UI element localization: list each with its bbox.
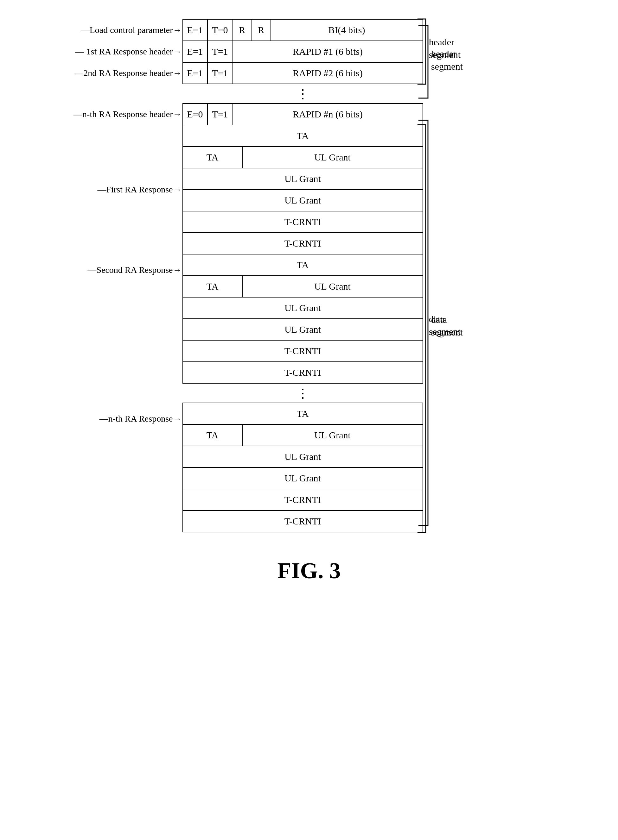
first-ra-rows: TA TA UL Grant UL Grant UL Grant T-CRNTI [183, 125, 563, 255]
first-ra-ta-ul-split: TA UL Grant [183, 146, 563, 168]
second-ra-tcrnti-1: T-CRNTI [183, 340, 563, 362]
second-ra-ul-grant-2: UL Grant [183, 297, 423, 319]
row-nth-ra-header: —n-th RA Response header→ E=0 T=1 RAPID … [62, 103, 563, 125]
cell-t1-row2: T=1 [208, 40, 233, 63]
second-ra-ta-full: TA [183, 254, 563, 276]
main-content: —Load control parameter→ E=1 T=0 R R BI(… [62, 19, 563, 532]
row-1st-ra: — 1st RA Response header→ E=1 T=1 RAPID … [62, 40, 563, 63]
cell-bi: BI(4 bits) [271, 19, 423, 41]
second-ra-rows: TA TA UL Grant UL Grant UL Grant T-CRNTI [183, 254, 563, 384]
cell-r2: R [252, 19, 271, 41]
first-ra-tcrnti-2-cell: T-CRNTI [183, 232, 423, 255]
row3-cells: E=1 T=1 RAPID #2 (6 bits) [183, 62, 423, 84]
second-ra-ul-2: UL Grant [183, 297, 563, 319]
second-ra-tcrnti-2-cell: T-CRNTI [183, 361, 423, 384]
second-ra-ta-small: TA [183, 276, 243, 298]
cell-rapidn: RAPID #n (6 bits) [233, 103, 423, 125]
first-ra-ta-full: TA [183, 125, 563, 147]
cell-e1-row3: E=1 [183, 62, 208, 84]
first-ra-tcrnti-2: T-CRNTI [183, 232, 563, 255]
nth-ra-ul-grant-3: UL Grant [183, 467, 423, 489]
first-ra-ul-grant-2: UL Grant [183, 168, 423, 190]
nth-ra-ul-3: UL Grant [183, 467, 563, 489]
cell-e0: E=0 [183, 103, 208, 125]
cell-t1-row3: T=1 [208, 62, 233, 84]
second-ra-ul-grant-1: UL Grant [243, 276, 423, 298]
nth-ra-ta-small: TA [183, 424, 243, 446]
second-ra-ta: TA [183, 254, 423, 276]
label-nth-ra: —n-th RA Response→ [100, 414, 182, 424]
row1-cells: E=1 T=0 R R BI(4 bits) [183, 19, 423, 41]
nth-ra-tcrnti-1-cell: T-CRNTI [183, 489, 423, 511]
label-2nd-ra: —2nd RA Response header→ [74, 68, 181, 78]
second-ra-ta-ul-split: TA UL Grant [183, 276, 563, 298]
first-ra-ul-3: UL Grant [183, 189, 563, 212]
figure-title: FIG. 3 [277, 558, 340, 584]
label-second-ra: —Second RA Response→ [88, 265, 181, 275]
row-2nd-ra: —2nd RA Response header→ E=1 T=1 RAPID #… [62, 62, 563, 84]
first-ra-ta: TA [183, 125, 423, 147]
second-ra-ul-3: UL Grant [183, 319, 563, 341]
first-ra-tcrnti-1-cell: T-CRNTI [183, 211, 423, 233]
label-first-ra: —First RA Response→ [97, 185, 181, 195]
cell-t0: T=0 [208, 19, 233, 41]
row-load-control: —Load control parameter→ E=1 T=0 R R BI(… [62, 19, 563, 41]
second-ra-ul-grant-3: UL Grant [183, 319, 423, 341]
nth-ra-ta: TA [183, 403, 423, 425]
nth-ra-tcrnti-2-cell: T-CRNTI [183, 510, 423, 532]
cell-e1-t0-row1: E=1 [183, 19, 208, 41]
cell-rapid1: RAPID #1 (6 bits) [233, 40, 423, 63]
first-ra-ul-2: UL Grant [183, 168, 563, 190]
diagram-wrapper: header segment data segment —Load contro… [56, 19, 563, 532]
label-load-control: —Load control parameter→ [81, 25, 182, 35]
ellipsis-2: ⋮ [183, 384, 423, 403]
cell-t1-nth: T=1 [208, 103, 233, 125]
second-ra-response-block: —Second RA Response→ TA TA UL Grant UL G… [62, 254, 563, 384]
label-1st-ra: — 1st RA Response header→ [76, 46, 182, 57]
first-ra-ul-grant-3: UL Grant [183, 189, 423, 212]
cell-r1: R [233, 19, 252, 41]
nth-ra-ta-full: TA [183, 403, 563, 425]
cell-e1-row2: E=1 [183, 40, 208, 63]
nth-ra-ul-grant-1: UL Grant [243, 424, 423, 446]
first-ra-tcrnti-1: T-CRNTI [183, 211, 563, 233]
second-ra-tcrnti-1-cell: T-CRNTI [183, 340, 423, 362]
label-nth-ra-header: —n-th RA Response header→ [73, 109, 181, 119]
row2-cells: E=1 T=1 RAPID #1 (6 bits) [183, 40, 423, 63]
ellipsis-1: ⋮ [183, 84, 423, 103]
second-ra-tcrnti-2: T-CRNTI [183, 361, 563, 384]
first-ra-ul-grant-1: UL Grant [243, 146, 423, 168]
nth-ra-ul-grant-2: UL Grant [183, 446, 423, 468]
nth-ra-ta-ul-split: TA UL Grant [183, 424, 563, 446]
nth-ra-tcrnti-1: T-CRNTI [183, 489, 563, 511]
nth-ra-rows: TA TA UL Grant UL Grant UL Grant T-CRNTI [183, 403, 563, 532]
nth-ra-ul-2: UL Grant [183, 446, 563, 468]
first-ra-ta-small: TA [183, 146, 243, 168]
cell-rapid2: RAPID #2 (6 bits) [233, 62, 423, 84]
first-ra-response-block: —First RA Response→ TA TA UL Grant UL Gr… [62, 125, 563, 255]
nth-ra-tcrnti-2: T-CRNTI [183, 510, 563, 532]
nth-header-cells: E=0 T=1 RAPID #n (6 bits) [183, 103, 423, 125]
nth-ra-response-block: —n-th RA Response→ TA TA UL Grant UL Gra… [62, 403, 563, 532]
